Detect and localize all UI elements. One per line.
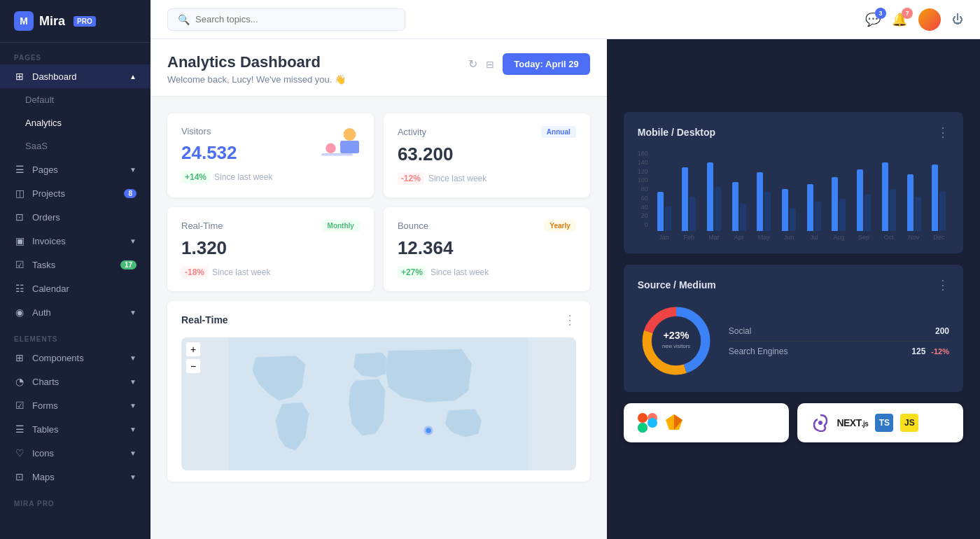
activity-label: Activity — [398, 127, 426, 137]
mobile-bar — [657, 192, 664, 231]
sidebar-item-label: Dashboard — [32, 71, 77, 82]
bar-label: Sep — [858, 234, 869, 241]
bar-label: Jun — [784, 234, 794, 241]
mobile-bar — [782, 189, 788, 231]
svg-point-21 — [818, 421, 822, 425]
sidebar-item-auth[interactable]: ◉ Auth ▼ — [0, 300, 150, 324]
bar-label: Nov — [908, 234, 919, 241]
search-input[interactable] — [195, 14, 395, 24]
source-social-name: Social — [729, 326, 752, 336]
y-label: 40 — [638, 204, 648, 211]
search-bar[interactable]: 🔍 — [167, 8, 405, 31]
desktop-bar — [915, 197, 921, 231]
sidebar-item-forms[interactable]: ☑ Forms ▼ — [0, 393, 150, 417]
mobile-bar — [907, 174, 913, 231]
bar-label: Dec — [933, 234, 944, 241]
desktop-bar — [665, 206, 671, 231]
source-list: Social 200 Search Engines 125 -12% — [729, 321, 949, 361]
realtime-value: 1.320 — [181, 237, 360, 259]
alerts-badge: 7 — [902, 8, 913, 19]
notifications-button[interactable]: 🔔 7 — [892, 12, 907, 27]
app-logos-section: NEXT.js TS JS — [624, 403, 963, 442]
realtime-map-title: Real-Time — [181, 314, 228, 326]
refresh-icon[interactable]: ↻ — [468, 57, 477, 71]
bar-group: Aug — [829, 153, 850, 241]
visitors-card: Visitors 24.532 +14% Sinc — [167, 113, 374, 197]
source-medium-header: Source / Medium ⋮ — [638, 277, 949, 293]
bar-group: Dec — [928, 153, 949, 241]
world-map-container: + − — [181, 337, 576, 470]
pro-badge: PRO — [74, 16, 96, 27]
realtime-more-button[interactable]: ⋮ — [564, 312, 576, 328]
dashboard-icon: ⊞ — [14, 71, 25, 82]
mobile-bar — [707, 162, 713, 231]
mobile-bar — [757, 172, 763, 231]
figma-icon — [638, 413, 657, 433]
sidebar-item-components[interactable]: ⊞ Components ▼ — [0, 346, 150, 370]
map-zoom-in-button[interactable]: + — [186, 342, 201, 357]
mobile-bar — [932, 164, 938, 231]
realtime-map-section: Real-Time ⋮ + − — [167, 301, 590, 482]
power-button[interactable]: ⏻ — [952, 13, 963, 26]
bounce-label: Bounce — [398, 220, 428, 231]
sidebar-item-saas[interactable]: SaaS — [0, 134, 150, 158]
sidebar-item-tasks[interactable]: ☑ Tasks 17 — [0, 253, 150, 276]
sidebar-sub-label: Default — [25, 94, 54, 105]
logo-area: M Mira PRO — [0, 0, 150, 43]
topbar-actions: 💬 3 🔔 7 ⏻ — [865, 8, 963, 31]
sidebar-item-label: Forms — [32, 400, 58, 411]
y-axis: 160 140 120 100 80 60 40 20 0 — [638, 150, 648, 241]
sidebar-sub-label: Analytics — [25, 118, 62, 128]
sidebar-item-calendar[interactable]: ☷ Calendar — [0, 276, 150, 300]
date-button[interactable]: Today: April 29 — [503, 53, 589, 75]
y-label: 80 — [638, 186, 648, 192]
sidebar-item-analytics[interactable]: Analytics — [0, 111, 150, 134]
sidebar-item-default[interactable]: Default — [0, 88, 150, 111]
user-avatar[interactable] — [918, 8, 941, 31]
svg-rect-1 — [340, 141, 359, 153]
source-item-social: Social 200 — [729, 321, 949, 342]
sidebar-item-label: Tasks — [32, 260, 55, 270]
nextjs-icon: NEXT.js — [836, 417, 868, 428]
y-label: 20 — [638, 212, 648, 219]
sidebar-item-label: Projects — [32, 188, 65, 199]
source-medium-content: +23% new visitors Social 200 Search Engi… — [638, 302, 949, 379]
source-medium-more[interactable]: ⋮ — [937, 277, 949, 293]
chevron-down-icon: ▼ — [130, 449, 136, 457]
sidebar-item-tables[interactable]: ☰ Tables ▼ — [0, 417, 150, 441]
svg-point-0 — [343, 128, 356, 141]
filter-icon[interactable]: ⊟ — [486, 59, 494, 70]
chevron-down-icon: ▼ — [130, 309, 136, 316]
visitors-footer: +14% Since last week — [181, 171, 360, 183]
visitors-since: Since last week — [214, 172, 272, 182]
stat-cards-grid: Visitors 24.532 +14% Sinc — [167, 113, 590, 291]
desktop-bar — [890, 189, 896, 231]
dev-tools-card: NEXT.js TS JS — [797, 403, 963, 442]
sidebar-item-label: Invoices — [32, 236, 66, 246]
visitors-change: +14% — [181, 171, 210, 183]
bar-label: May — [758, 234, 770, 241]
sidebar-item-orders[interactable]: ⊡ Orders — [0, 205, 150, 229]
realtime-map-header: Real-Time ⋮ — [181, 312, 576, 328]
map-zoom-out-button[interactable]: − — [186, 358, 201, 374]
sidebar-item-label: Tables — [32, 424, 59, 435]
sidebar-item-maps[interactable]: ⊡ Maps ▼ — [0, 465, 150, 489]
sidebar-item-invoices[interactable]: ▣ Invoices ▼ — [0, 229, 150, 253]
sidebar-item-dashboard[interactable]: ⊞ Dashboard ▲ — [0, 64, 150, 88]
y-label: 0 — [638, 221, 648, 228]
page-wrapper: 🔍 💬 3 🔔 7 ⏻ Analytics Dashboard Welco — [150, 0, 980, 539]
chevron-up-icon: ▲ — [130, 73, 136, 80]
source-social-value: 200 — [935, 326, 949, 336]
svg-rect-13 — [638, 413, 648, 423]
chevron-down-icon: ▼ — [130, 354, 136, 362]
sidebar-item-charts[interactable]: ◔ Charts ▼ — [0, 370, 150, 393]
mobile-desktop-more[interactable]: ⋮ — [937, 125, 949, 140]
sidebar-item-pages[interactable]: ☰ Pages ▼ — [0, 158, 150, 181]
messages-button[interactable]: 💬 3 — [865, 12, 881, 27]
bar-label: Oct — [884, 234, 894, 241]
map-controls: + − — [186, 342, 201, 374]
sidebar-item-projects[interactable]: ◫ Projects 8 — [0, 181, 150, 205]
page-title: Analytics Dashboard — [167, 53, 346, 71]
realtime-change: -18% — [181, 266, 208, 279]
sidebar-item-icons[interactable]: ♡ Icons ▼ — [0, 441, 150, 465]
